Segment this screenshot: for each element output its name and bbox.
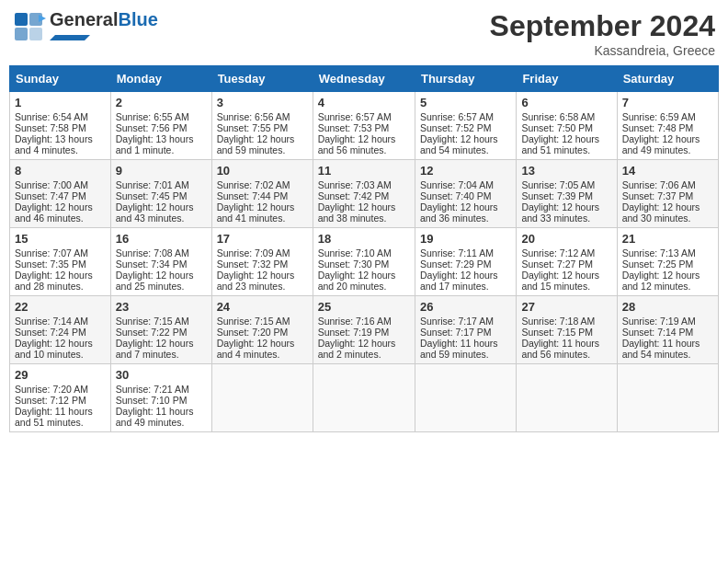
- day-cell-20: 20 Sunrise: 7:12 AMSunset: 7:27 PMDaylig…: [517, 228, 617, 296]
- col-sunday: Sunday: [10, 66, 111, 92]
- logo-general: General: [50, 9, 118, 29]
- day-cell-4: 4 Sunrise: 6:57 AMSunset: 7:53 PMDayligh…: [313, 92, 415, 160]
- week-row-1: 1 Sunrise: 6:54 AMSunset: 7:58 PMDayligh…: [10, 92, 719, 160]
- empty-cell-1: [211, 364, 313, 432]
- logo: GeneralBlue: [13, 9, 158, 46]
- calendar-header-row: Sunday Monday Tuesday Wednesday Thursday…: [10, 66, 719, 92]
- page-header: GeneralBlue September 2024 Kassandreia, …: [9, 9, 719, 58]
- logo-blue: Blue: [118, 9, 157, 29]
- day-cell-1: 1 Sunrise: 6:54 AMSunset: 7:58 PMDayligh…: [10, 92, 111, 160]
- location: Kassandreia, Greece: [490, 43, 715, 58]
- svg-rect-0: [15, 13, 28, 26]
- day-cell-18: 18 Sunrise: 7:10 AMSunset: 7:30 PMDaylig…: [313, 228, 415, 296]
- day-cell-3: 3 Sunrise: 6:56 AMSunset: 7:55 PMDayligh…: [211, 92, 313, 160]
- day-cell-19: 19 Sunrise: 7:11 AMSunset: 7:29 PMDaylig…: [415, 228, 516, 296]
- week-row-4: 22 Sunrise: 7:14 AMSunset: 7:24 PMDaylig…: [10, 296, 719, 364]
- empty-cell-5: [617, 364, 718, 432]
- svg-rect-3: [29, 28, 42, 40]
- col-friday: Friday: [517, 66, 617, 92]
- col-tuesday: Tuesday: [211, 66, 313, 92]
- day-cell-23: 23 Sunrise: 7:15 AMSunset: 7:22 PMDaylig…: [110, 296, 211, 364]
- day-cell-24: 24 Sunrise: 7:15 AMSunset: 7:20 PMDaylig…: [211, 296, 313, 364]
- week-row-3: 15 Sunrise: 7:07 AMSunset: 7:35 PMDaylig…: [10, 228, 719, 296]
- empty-cell-2: [313, 364, 415, 432]
- logo-icon: [13, 11, 46, 44]
- day-cell-10: 10 Sunrise: 7:02 AMSunset: 7:44 PMDaylig…: [211, 160, 313, 228]
- day-cell-12: 12 Sunrise: 7:04 AMSunset: 7:40 PMDaylig…: [415, 160, 516, 228]
- day-cell-9: 9 Sunrise: 7:01 AMSunset: 7:45 PMDayligh…: [110, 160, 211, 228]
- day-cell-6: 6 Sunrise: 6:58 AMSunset: 7:50 PMDayligh…: [517, 92, 617, 160]
- day-cell-13: 13 Sunrise: 7:05 AMSunset: 7:39 PMDaylig…: [517, 160, 617, 228]
- logo-underline: [50, 33, 90, 42]
- day-cell-16: 16 Sunrise: 7:08 AMSunset: 7:34 PMDaylig…: [110, 228, 211, 296]
- day-cell-22: 22 Sunrise: 7:14 AMSunset: 7:24 PMDaylig…: [10, 296, 111, 364]
- day-cell-21: 21 Sunrise: 7:13 AMSunset: 7:25 PMDaylig…: [617, 228, 718, 296]
- day-cell-11: 11 Sunrise: 7:03 AMSunset: 7:42 PMDaylig…: [313, 160, 415, 228]
- day-cell-17: 17 Sunrise: 7:09 AMSunset: 7:32 PMDaylig…: [211, 228, 313, 296]
- svg-marker-5: [50, 35, 90, 40]
- col-thursday: Thursday: [415, 66, 516, 92]
- day-cell-29: 29 Sunrise: 7:20 AMSunset: 7:12 PMDaylig…: [10, 364, 111, 432]
- week-row-2: 8 Sunrise: 7:00 AMSunset: 7:47 PMDayligh…: [10, 160, 719, 228]
- day-cell-28: 28 Sunrise: 7:19 AMSunset: 7:14 PMDaylig…: [617, 296, 718, 364]
- col-monday: Monday: [110, 66, 211, 92]
- day-cell-15: 15 Sunrise: 7:07 AMSunset: 7:35 PMDaylig…: [10, 228, 111, 296]
- day-cell-26: 26 Sunrise: 7:17 AMSunset: 7:17 PMDaylig…: [415, 296, 516, 364]
- col-saturday: Saturday: [617, 66, 718, 92]
- col-wednesday: Wednesday: [313, 66, 415, 92]
- empty-cell-3: [415, 364, 516, 432]
- empty-cell-4: [517, 364, 617, 432]
- title-block: September 2024 Kassandreia, Greece: [490, 9, 715, 58]
- day-cell-8: 8 Sunrise: 7:00 AMSunset: 7:47 PMDayligh…: [10, 160, 111, 228]
- month-title: September 2024: [490, 9, 715, 43]
- calendar-table: Sunday Monday Tuesday Wednesday Thursday…: [9, 65, 719, 432]
- svg-rect-2: [15, 28, 28, 40]
- day-cell-5: 5 Sunrise: 6:57 AMSunset: 7:52 PMDayligh…: [415, 92, 516, 160]
- day-cell-7: 7 Sunrise: 6:59 AMSunset: 7:48 PMDayligh…: [617, 92, 718, 160]
- day-cell-30: 30 Sunrise: 7:21 AMSunset: 7:10 PMDaylig…: [110, 364, 211, 432]
- day-cell-27: 27 Sunrise: 7:18 AMSunset: 7:15 PMDaylig…: [517, 296, 617, 364]
- week-row-5: 29 Sunrise: 7:20 AMSunset: 7:12 PMDaylig…: [10, 364, 719, 432]
- day-cell-14: 14 Sunrise: 7:06 AMSunset: 7:37 PMDaylig…: [617, 160, 718, 228]
- day-cell-2: 2 Sunrise: 6:55 AMSunset: 7:56 PMDayligh…: [110, 92, 211, 160]
- day-cell-25: 25 Sunrise: 7:16 AMSunset: 7:19 PMDaylig…: [313, 296, 415, 364]
